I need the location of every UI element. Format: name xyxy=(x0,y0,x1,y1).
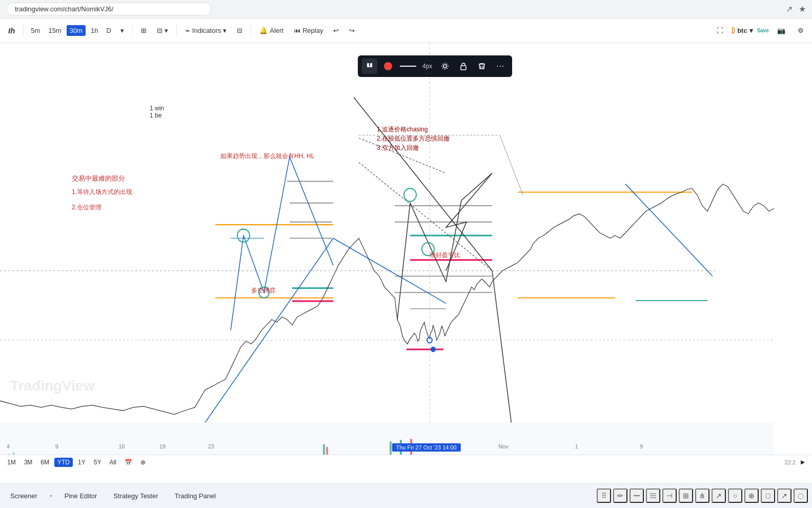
share-icon[interactable]: ↗ xyxy=(786,4,793,14)
timeframe-dropdown[interactable]: ▾ xyxy=(116,25,128,36)
trading-panel-btn[interactable]: Trading Panel xyxy=(171,490,220,502)
stroke-label: 4px xyxy=(420,63,434,70)
timeframe-5m[interactable]: 5m xyxy=(28,25,43,36)
undo-btn[interactable]: ↩ xyxy=(329,25,343,36)
range-1y[interactable]: 1Y xyxy=(75,458,89,467)
range-calendar[interactable]: 📅 xyxy=(121,458,135,467)
stroke-line xyxy=(400,66,416,67)
date-4: 4 xyxy=(7,443,10,450)
browser-icons: ↗ ★ xyxy=(786,4,806,14)
replay-label: Replay xyxy=(302,27,323,34)
tool-box[interactable]: □ xyxy=(761,489,775,503)
star-icon[interactable]: ★ xyxy=(799,4,806,14)
compare-btn[interactable]: ⊞ xyxy=(137,25,151,36)
range-3m[interactable]: 3M xyxy=(21,458,36,467)
pine-editor-btn[interactable]: Pine Editor xyxy=(60,490,102,502)
draw-color-btn[interactable] xyxy=(380,58,396,74)
url-bar[interactable]: tradingview.com/chart/NomikVJ6/ xyxy=(6,3,211,15)
tool-more2[interactable]: ⊕ xyxy=(744,489,759,503)
alert-btn[interactable]: 🔔 Alert xyxy=(255,25,288,36)
range-compare[interactable]: ⊕ xyxy=(137,458,149,467)
time-display: 22:2 xyxy=(785,459,796,465)
svg-point-41 xyxy=(431,347,436,353)
tool-circle[interactable]: ○ xyxy=(728,489,742,503)
btc-arrow: ▾ xyxy=(749,27,753,34)
redo-icon: ↪ xyxy=(349,27,355,34)
divider-3 xyxy=(176,25,177,37)
screener-btn[interactable]: Screener xyxy=(6,490,42,502)
draw-settings-btn[interactable] xyxy=(437,58,453,74)
fullscreen-icon: ⛶ xyxy=(717,27,723,34)
draw-lock-btn[interactable] xyxy=(456,58,471,74)
range-5y[interactable]: 5Y xyxy=(91,458,105,467)
indicators-icon: ⌁ xyxy=(185,26,190,35)
svg-rect-4 xyxy=(0,43,812,466)
date-19: 19 xyxy=(159,443,166,450)
timeframe-D[interactable]: D xyxy=(103,25,114,36)
ticker-search[interactable]: Ih xyxy=(4,24,19,37)
settings-btn[interactable]: ⚙ xyxy=(794,25,808,36)
tool-fibonacci[interactable] xyxy=(646,489,660,503)
tool-cursor[interactable]: ✏ xyxy=(613,489,627,503)
date-highlight: Thu Fri 27 Oct '23 14:00 xyxy=(392,443,460,452)
tool-arrow[interactable]: ↗ xyxy=(777,489,791,503)
strategy-tester-btn[interactable]: Strategy Tester xyxy=(109,490,162,502)
chart-area[interactable]: 交易中最难的部分 1.等待入场方式的出现 2.仓位管理 如果趋势出现，那么就会有… xyxy=(0,43,812,466)
indicators-arrow: ▾ xyxy=(223,27,227,34)
color-swatch xyxy=(384,62,392,70)
bar-style-btn[interactable]: ⊟ ▾ xyxy=(153,25,172,36)
date-nov: Nov xyxy=(498,443,509,450)
bar-style-arrow: ▾ xyxy=(165,27,168,34)
btc-badge: ₿ btc ▾ Save xyxy=(732,27,769,34)
bar-style-icon2: ⊟ xyxy=(157,27,163,34)
date-9-1: 9 xyxy=(55,443,58,450)
chart-svg xyxy=(0,43,812,466)
timeframe-15m[interactable]: 15m xyxy=(45,25,64,36)
camera-icon: 📷 xyxy=(777,27,785,34)
divider-2 xyxy=(132,25,133,37)
screener-arrow: ▾ xyxy=(50,493,52,499)
divider-4 xyxy=(251,25,251,37)
redo-btn[interactable]: ↪ xyxy=(345,25,359,36)
svg-point-2 xyxy=(443,65,446,68)
alert-icon: 🔔 xyxy=(259,27,268,34)
alert-label: Alert xyxy=(270,27,283,34)
replay-btn[interactable]: ⏮ Replay xyxy=(290,25,327,36)
bottom-panel: Screener ▾ Pine Editor Strategy Tester T… xyxy=(0,483,812,508)
settings-icon: ⚙ xyxy=(798,27,804,34)
tool-measure[interactable]: ⊣ xyxy=(662,489,677,503)
save-label[interactable]: Save xyxy=(757,28,769,33)
fullscreen-btn[interactable]: ⛶ xyxy=(713,25,727,36)
timeframe-1h[interactable]: 1h xyxy=(88,25,101,36)
replay-icon: ⏮ xyxy=(294,27,300,34)
tool-fork[interactable]: ⋔ xyxy=(695,489,709,503)
date-23: 23 xyxy=(208,443,214,450)
timeframe-30m[interactable]: 30m xyxy=(67,25,86,36)
date-16: 16 xyxy=(118,443,125,450)
draw-delete-btn[interactable] xyxy=(474,58,490,74)
range-6m[interactable]: 6M xyxy=(37,458,52,467)
drawing-tools-bottom: ⠿ ✏ ⊣ ⊞ ⋔ ↗ ○ ⊕ □ ↗ ◌ xyxy=(593,483,812,508)
tool-dots[interactable]: ⠿ xyxy=(597,489,611,503)
tool-hline[interactable] xyxy=(630,489,644,503)
range-1m[interactable]: 1M xyxy=(4,458,19,467)
tool-predict[interactable]: ↗ xyxy=(712,489,726,503)
layout-btn[interactable]: ⊟ xyxy=(233,25,247,36)
indicators-label: Indicators xyxy=(192,27,221,34)
divider-1 xyxy=(23,25,24,37)
tool-pattern[interactable]: ⊞ xyxy=(679,489,693,503)
bar-style-icon: ⊞ xyxy=(141,27,147,34)
expand-btn[interactable]: ▶ xyxy=(798,458,808,466)
indicators-btn[interactable]: ⌁ Indicators ▾ xyxy=(181,24,231,37)
tool-eraser[interactable]: ◌ xyxy=(794,489,808,503)
camera-btn[interactable]: 📷 xyxy=(773,25,789,36)
btc-label: btc xyxy=(737,27,747,34)
browser-bar: tradingview.com/chart/NomikVJ6/ ↗ ★ xyxy=(0,0,812,18)
undo-icon: ↩ xyxy=(333,27,339,34)
draw-magnet-btn[interactable] xyxy=(362,58,377,74)
btc-icon: ₿ xyxy=(732,27,735,34)
draw-more-btn[interactable]: ··· xyxy=(493,58,508,74)
range-ytd[interactable]: YTD xyxy=(54,458,73,467)
range-all[interactable]: All xyxy=(106,458,119,467)
date-1: 1 xyxy=(575,443,578,450)
